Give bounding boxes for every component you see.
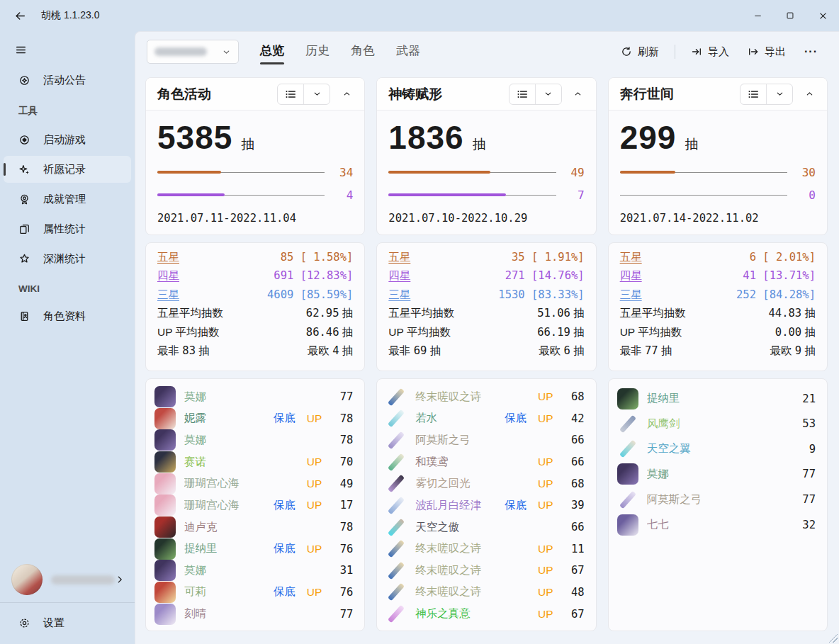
rarity-label[interactable]: 五星: [388, 250, 410, 265]
sidebar-item-achievements[interactable]: 成就管理: [4, 186, 131, 213]
hamburger-menu-button[interactable]: [9, 38, 33, 61]
collapse-card-button[interactable]: [336, 84, 357, 105]
five-star-list-item[interactable]: 赛诺 UP 70: [154, 451, 353, 473]
rarity-label[interactable]: 三星: [620, 288, 642, 303]
close-icon: [818, 11, 828, 21]
sidebar-item-announcements[interactable]: 活动公告: [4, 67, 131, 94]
five-star-list-item[interactable]: 妮露 保底UP 78: [154, 408, 353, 430]
up-badge: UP: [538, 564, 553, 577]
list-mode-dropdown-button[interactable]: [767, 84, 792, 104]
close-button[interactable]: [806, 0, 839, 31]
export-button[interactable]: 导出: [741, 40, 793, 64]
rarity-stat-row: 四星 691 [12.83%]: [157, 269, 353, 287]
five-star-list-item[interactable]: 珊瑚宫心海 UP 49: [154, 473, 353, 495]
five-star-list-item[interactable]: 阿莫斯之弓 77: [617, 487, 816, 512]
uid-selector-dropdown[interactable]: [147, 40, 239, 64]
list-mode-button[interactable]: [278, 84, 303, 104]
up-badge: UP: [307, 543, 322, 555]
sidebar-item-character-wiki[interactable]: 角色资料: [4, 303, 131, 329]
five-star-average-row: 五星平均抽数 51.06 抽: [388, 306, 584, 324]
five-star-list-item[interactable]: 莫娜 77: [154, 386, 353, 408]
rarity-label[interactable]: 四星: [388, 269, 410, 283]
worst-pull: 最非 69 抽: [388, 344, 441, 358]
banner-hero: 1836 抽 49 7 2021.07.10-2022.10.29: [377, 111, 595, 235]
item-name: 终末嗟叹之诗: [415, 390, 527, 405]
collapse-card-button[interactable]: [568, 84, 589, 105]
five-star-list-item[interactable]: 终末嗟叹之诗 UP 48: [385, 582, 584, 604]
minimize-button[interactable]: [741, 0, 774, 31]
item-pull-count: 68: [566, 478, 585, 490]
sidebar-item-wish-records[interactable]: 祈愿记录: [4, 156, 131, 183]
refresh-button[interactable]: 刷新: [614, 40, 666, 64]
five-star-list-item[interactable]: 天空之傲 66: [385, 516, 584, 538]
five-star-list-item[interactable]: 可莉 保底UP 76: [154, 582, 353, 604]
list-mode-dropdown-button[interactable]: [304, 84, 330, 104]
list-mode-button[interactable]: [741, 84, 766, 104]
sidebar-item-settings[interactable]: 设置: [4, 607, 131, 638]
five-star-list-item[interactable]: 若水 保底UP 42: [385, 408, 584, 430]
rarity-label[interactable]: 四星: [157, 269, 179, 283]
item-pull-count: 32: [797, 519, 816, 531]
list-mode-button[interactable]: [509, 84, 535, 104]
import-button[interactable]: 导入: [684, 40, 736, 64]
five-star-list-item[interactable]: 刻晴 77: [154, 603, 353, 625]
banner-card: 奔行世间 299 抽 30: [608, 77, 828, 631]
rarity-value: 6 [ 2.01%]: [730, 251, 816, 264]
five-star-list-item[interactable]: 提纳里 保底UP 76: [154, 538, 353, 560]
banner-card-header: 角色活动: [146, 78, 364, 111]
five-star-list-item[interactable]: 天空之翼 9: [617, 436, 816, 462]
up-badge: UP: [538, 390, 553, 403]
character-avatar: [617, 463, 638, 485]
rarity-label[interactable]: 五星: [157, 250, 179, 265]
maximize-button[interactable]: [774, 0, 806, 31]
sidebar-item-launch-game[interactable]: 启动游戏: [4, 126, 131, 153]
five-star-list-item[interactable]: 珊瑚宫心海 保底UP 17: [154, 495, 353, 516]
collapse-card-button[interactable]: [799, 84, 820, 105]
list-mode-split-button: [509, 84, 562, 105]
tab-武器[interactable]: 武器: [390, 38, 426, 66]
rarity-label[interactable]: 三星: [388, 288, 410, 303]
resize-grip[interactable]: [829, 634, 838, 643]
up-badge: UP: [307, 456, 322, 468]
five-star-list-item[interactable]: 终末嗟叹之诗 UP 67: [385, 560, 584, 582]
user-account-row[interactable]: [0, 558, 135, 601]
extremes-row: 最非 69 抽 最欧 6 抽: [388, 344, 584, 362]
five-star-list-item[interactable]: 阿莫斯之弓 66: [385, 429, 584, 451]
five-star-list-item[interactable]: 风鹰剑 53: [617, 411, 816, 436]
five-star-list-item[interactable]: 神乐之真意 UP 67: [385, 603, 584, 625]
sidebar-item-attribute-stats[interactable]: 属性统计: [4, 215, 131, 242]
rarity-value: 252 [84.28%]: [730, 288, 816, 301]
five-star-list-item[interactable]: 波乱月白经津 保底UP 39: [385, 495, 584, 516]
export-label: 导出: [765, 45, 786, 59]
five-star-list-item[interactable]: 莫娜 77: [617, 462, 816, 487]
import-icon: [691, 46, 702, 57]
five-star-list-item[interactable]: 七七 32: [617, 512, 816, 538]
weapon-icon: [385, 429, 407, 451]
up-badge: UP: [307, 478, 322, 490]
five-star-list-item[interactable]: 和璞鸢 UP 66: [385, 451, 584, 473]
item-pull-count: 78: [334, 521, 353, 533]
sidebar-item-abyss-stats[interactable]: 深渊统计: [4, 245, 131, 272]
rarity-label[interactable]: 五星: [620, 250, 642, 265]
rarity-label[interactable]: 三星: [157, 288, 179, 303]
up-badge: UP: [538, 456, 553, 468]
hamburger-icon: [15, 44, 27, 56]
tab-总览[interactable]: 总览: [254, 38, 290, 66]
chevron-up-icon: [573, 89, 582, 98]
five-star-list-item[interactable]: 终末嗟叹之诗 UP 11: [385, 538, 584, 560]
five-star-list-item[interactable]: 莫娜 31: [154, 560, 353, 582]
tab-角色[interactable]: 角色: [345, 38, 381, 66]
rarity-label[interactable]: 四星: [620, 269, 642, 283]
five-star-list-item[interactable]: 提纳里 21: [617, 386, 816, 412]
five-star-list-item[interactable]: 终末嗟叹之诗 UP 68: [385, 386, 584, 408]
list-mode-dropdown-button[interactable]: [536, 84, 561, 104]
five-star-list-item[interactable]: 莫娜 78: [154, 429, 353, 451]
chevron-down-icon: [544, 89, 553, 98]
five-star-list-item[interactable]: 雾切之回光 UP 68: [385, 473, 584, 495]
pity-bar-fill: [388, 193, 505, 196]
tab-历史[interactable]: 历史: [300, 38, 335, 66]
more-button[interactable]: ···: [797, 40, 825, 63]
five-star-list-item[interactable]: 迪卢克 78: [154, 516, 353, 538]
back-button[interactable]: [9, 4, 31, 27]
chevron-up-icon: [805, 89, 814, 98]
